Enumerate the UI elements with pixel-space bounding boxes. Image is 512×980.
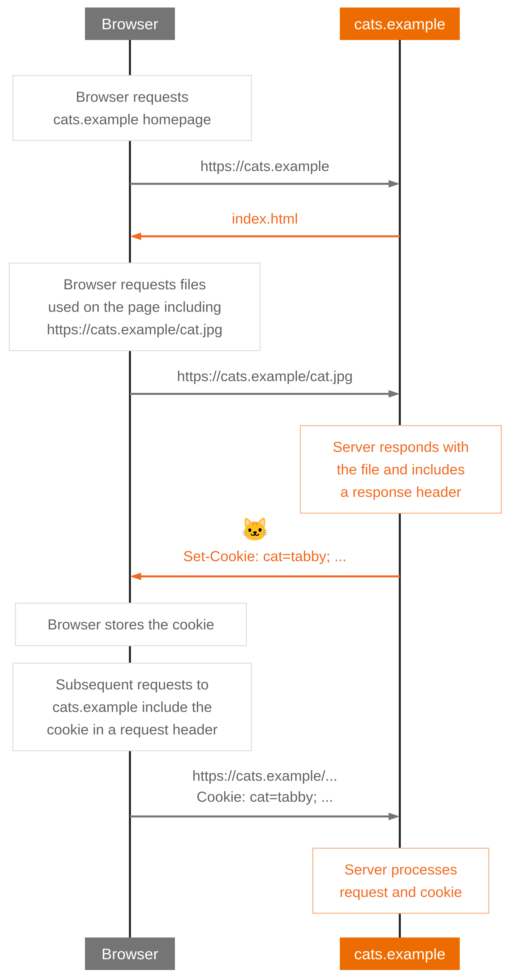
note-text: Subsequent requests tocats.example inclu…: [47, 676, 218, 737]
message-request-with-cookie-label: https://cats.example/...Cookie: cat=tabb…: [132, 765, 397, 807]
message-response-index-label: index.html: [132, 210, 397, 227]
emoji-glyph: 🐱: [241, 517, 269, 542]
participant-server-label-bottom: cats.example: [354, 945, 445, 963]
note-text: Server processesrequest and cookie: [339, 861, 462, 900]
svg-marker-7: [130, 573, 141, 580]
svg-marker-9: [388, 813, 400, 820]
message-set-cookie-label: Set-Cookie: cat=tabby; ...: [132, 548, 397, 565]
note-text: Browser requests filesused on the page i…: [47, 276, 223, 337]
message-request-catjpg-label: https://cats.example/cat.jpg: [132, 368, 397, 384]
note-browser-request-files: Browser requests filesused on the page i…: [9, 262, 261, 351]
svg-marker-3: [130, 232, 141, 240]
message-request-homepage-label: https://cats.example: [132, 158, 397, 174]
participant-browser-label: Browser: [101, 15, 158, 33]
arrow-request-catjpg: [130, 390, 400, 398]
lifeline-browser: [129, 40, 131, 937]
note-server-processes: Server processesrequest and cookie: [312, 848, 489, 914]
arrow-request-with-cookie: [130, 813, 400, 820]
participant-browser-label-bottom: Browser: [101, 945, 158, 963]
arrow-set-cookie: [130, 573, 400, 580]
label-text: https://cats.example: [200, 158, 329, 174]
participant-server-label: cats.example: [354, 15, 445, 33]
label-text: index.html: [232, 210, 298, 227]
note-browser-stores-cookie: Browser stores the cookie: [15, 603, 247, 646]
cat-emoji-icon: 🐱: [241, 516, 269, 542]
note-text: Browser requestscats.example homepage: [53, 89, 211, 127]
label-text: https://cats.example/cat.jpg: [177, 368, 353, 384]
note-subsequent-requests: Subsequent requests tocats.example inclu…: [13, 663, 252, 751]
label-text: Set-Cookie: cat=tabby; ...: [184, 548, 347, 564]
note-browser-request-homepage: Browser requestscats.example homepage: [13, 75, 252, 141]
svg-marker-1: [388, 180, 400, 188]
arrow-response-index: [130, 232, 400, 240]
participant-server-bottom: cats.example: [340, 937, 460, 970]
participant-browser-top: Browser: [85, 8, 175, 40]
arrow-request-homepage: [130, 180, 400, 188]
label-text: https://cats.example/...Cookie: cat=tabb…: [192, 767, 337, 805]
participant-server-top: cats.example: [340, 8, 460, 40]
participant-browser-bottom: Browser: [85, 937, 175, 970]
note-text: Browser stores the cookie: [48, 616, 214, 632]
note-text: Server responds withthe file and include…: [333, 439, 469, 500]
svg-marker-5: [388, 390, 400, 398]
note-server-responds: Server responds withthe file and include…: [300, 425, 502, 514]
